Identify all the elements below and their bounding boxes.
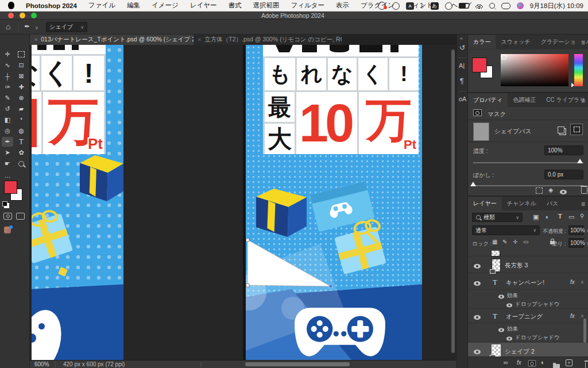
control-center-icon[interactable] [501, 3, 510, 9]
density-slider-thumb[interactable] [577, 159, 583, 163]
new-group-icon[interactable] [553, 364, 560, 368]
properties-panel-menu-icon[interactable]: ≡ [581, 97, 585, 105]
layer-row-rectangle3[interactable]: 長方形 3 [468, 257, 588, 273]
add-mask-icon[interactable] [528, 361, 536, 367]
menu-type[interactable]: 書式 [229, 1, 242, 10]
layer-row-campaign[interactable]: T キャンペーン! fx ∧ [468, 275, 588, 290]
tool-object-selection[interactable]: ⊡ [16, 60, 27, 70]
history-panel-icon[interactable]: ↺ [459, 44, 465, 52]
tool-brush[interactable]: ✎ [2, 93, 13, 103]
tool-dodge[interactable]: ◎ [2, 126, 13, 136]
fx-collapse-icon[interactable]: ∧ [581, 279, 584, 285]
opacity-chevron-icon[interactable]: ∨ [585, 228, 588, 233]
density-field[interactable]: 100% [544, 145, 583, 155]
shape-bbox-icon[interactable] [570, 124, 583, 135]
tab-document-1[interactable]: × 013バナートレース_Tポイント.psd @ 600% (シェイプ 2, R… [30, 34, 194, 45]
layer-visibility-icon[interactable] [474, 281, 481, 286]
collapse-panels-icon[interactable]: « [460, 36, 463, 41]
foreground-color-swatch[interactable] [4, 181, 17, 194]
wifi-icon[interactable] [475, 3, 483, 9]
tool-mode-dropdown[interactable]: シェイプ∨ [46, 22, 87, 32]
menu-layer[interactable]: レイヤー [190, 1, 217, 10]
color-picker-marker[interactable] [501, 55, 506, 60]
tool-crop[interactable]: ┼ [2, 71, 13, 81]
apple-icon[interactable] [8, 2, 14, 9]
default-swatches-icon[interactable] [2, 201, 7, 206]
clock-icon[interactable] [392, 2, 400, 10]
bluetooth-icon[interactable]: ᛒ [420, 2, 424, 9]
tool-eyedropper[interactable]: ✑ [2, 82, 13, 92]
layer-visibility-icon[interactable] [474, 350, 481, 354]
tool-smudge[interactable]: ◍ [16, 126, 27, 136]
layer-visibility-icon[interactable] [474, 264, 481, 269]
feather-slider[interactable] [473, 185, 583, 186]
menu-edit[interactable]: 編集 [127, 1, 140, 10]
menu-app-name[interactable]: Photoshop 2024 [26, 2, 77, 9]
layers-scrollbar[interactable] [583, 319, 586, 343]
color-panel-menu-icon[interactable]: ≡ [581, 39, 585, 47]
character-panel-icon[interactable]: A| [459, 62, 465, 69]
zoom-level-field[interactable]: 600% [34, 361, 49, 367]
effect-visibility-icon[interactable] [498, 295, 504, 299]
status-chevron-icon[interactable]: 〉 [200, 361, 205, 368]
layer-thumbnail[interactable] [492, 344, 501, 356]
tool-lasso[interactable]: ∿ [2, 60, 13, 70]
effect-visibility-icon[interactable] [506, 304, 512, 308]
foreground-swatch[interactable] [472, 57, 487, 72]
app-status-icon[interactable] [378, 2, 386, 10]
tool-blur[interactable]: ❛ [16, 115, 27, 125]
opacity-field[interactable]: 100% [568, 225, 584, 235]
effect-visibility-icon[interactable] [498, 328, 504, 332]
tool-healing[interactable]: ✚ [16, 82, 27, 92]
toolbar-more-icon[interactable]: … [2, 170, 13, 180]
layer-row-effects[interactable]: 効果 [468, 291, 588, 300]
menu-select[interactable]: 選択範囲 [253, 1, 280, 10]
input-method-icon[interactable]: あ [431, 2, 439, 10]
tool-hand[interactable]: ☛ [2, 159, 13, 168]
tool-custom-shape[interactable]: ✿ [16, 148, 27, 158]
minimize-window-button[interactable] [20, 13, 25, 18]
tool-path-select[interactable]: ➤ [2, 148, 13, 158]
layer-visibility-icon[interactable] [474, 315, 481, 320]
menu-file[interactable]: ファイル [88, 1, 115, 10]
delete-layer-icon[interactable] [585, 362, 588, 368]
layer-row-shape2-selected[interactable]: シェイプ 2 [468, 343, 588, 356]
layer-row-dropshadow[interactable]: ドロップシャドウ [468, 333, 588, 342]
menu-filter[interactable]: フィルター [291, 1, 325, 10]
sync-icon[interactable] [4, 227, 11, 233]
tool-frame[interactable]: ⊠ [16, 71, 27, 81]
lock-pixels-icon[interactable]: ✎ [502, 239, 507, 245]
canvas-right[interactable]: も れ な く ! 最 大 10 万 Pt [246, 45, 422, 360]
fill-field[interactable]: 100% [568, 238, 584, 248]
tool-paint-bucket[interactable]: ◧ [2, 115, 13, 125]
color-gradient-field[interactable] [501, 54, 568, 86]
close-window-button[interactable] [8, 13, 14, 18]
spotlight-icon[interactable] [489, 3, 495, 9]
link-layers-icon[interactable]: ∞ [504, 359, 508, 366]
fx-collapse-icon[interactable]: ∧ [581, 313, 584, 319]
hue-slider-marker[interactable] [571, 83, 574, 87]
menu-view[interactable]: 表示 [336, 1, 349, 10]
new-layer-icon[interactable]: + [566, 359, 572, 366]
home-icon[interactable]: ⌂ [6, 22, 10, 30]
layer-row-effects[interactable]: 効果 [468, 324, 588, 333]
tab-properties[interactable]: プロパティ [468, 93, 508, 107]
density-slider[interactable] [473, 162, 583, 163]
zoom-window-button[interactable] [31, 13, 37, 18]
layer-fx-icon[interactable]: fx [570, 313, 575, 319]
tab-paths[interactable]: パス [541, 197, 563, 210]
tool-type[interactable]: T [16, 137, 27, 147]
layer-thumbnail[interactable] [492, 259, 501, 272]
hue-slider[interactable] [574, 54, 583, 86]
mask-invert-icon[interactable]: ◈ [548, 187, 553, 193]
tool-zoom[interactable] [16, 159, 27, 168]
lock-transparency-icon[interactable]: ▦ [492, 239, 497, 245]
layer-filter-dropdown[interactable]: 種類∨ [472, 213, 523, 222]
launchpad-icon[interactable]: A [406, 2, 414, 10]
document-pane-left[interactable]: な く ! 万 Pt [30, 45, 243, 360]
lock-position-icon[interactable]: ✛ [513, 239, 517, 245]
tab-channels[interactable]: チャンネル [502, 197, 541, 210]
pen-tool-preset-icon[interactable]: ✒ [24, 23, 30, 30]
menubar-clock[interactable]: 9月18日(水) 10:09 [530, 2, 583, 10]
close-tab-icon[interactable]: × [34, 37, 37, 43]
